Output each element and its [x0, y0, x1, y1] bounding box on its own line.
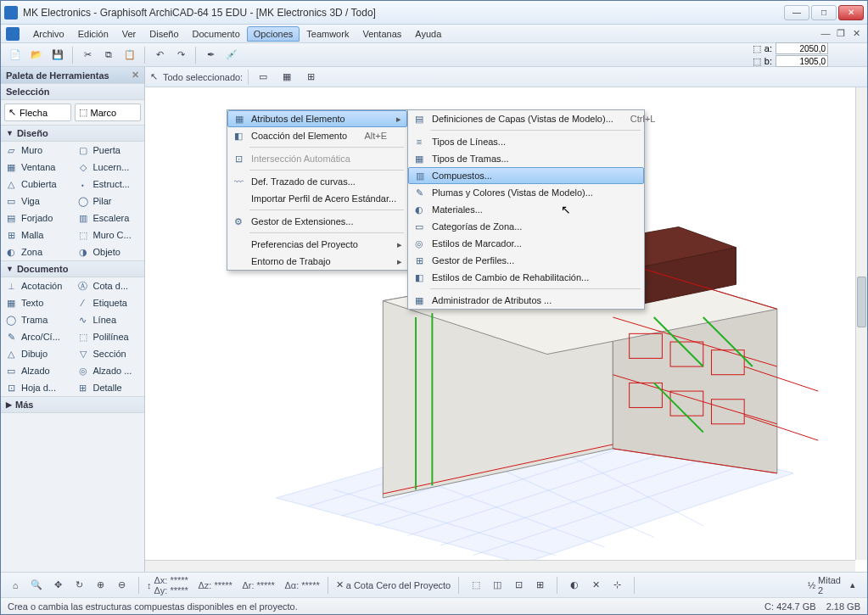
grav-btn-4[interactable]: ⊞ [530, 576, 549, 595]
new-file-button[interactable]: 📄 [6, 46, 25, 64]
tool-lucern[interactable]: ◇Lucern... [73, 159, 145, 176]
tool-objeto[interactable]: ◑Objeto [73, 243, 145, 260]
mdi-close[interactable]: ✕ [850, 28, 862, 39]
tool-marco[interactable]: ⬚Marco [75, 103, 142, 121]
tool-hojad[interactable]: ⊡Hoja d... [1, 379, 73, 396]
menuitem-preferencias-del-proyect[interactable]: Preferencias del Proyecto▸ [227, 236, 407, 253]
coord-b-input[interactable] [776, 55, 828, 67]
tool-pilar[interactable]: ◯Pilar [73, 193, 145, 210]
tool-alzado[interactable]: ◎Alzado ... [73, 362, 145, 379]
eyedropper-button[interactable]: ✒ [201, 46, 220, 64]
tool-malla[interactable]: ⊞Malla [1, 226, 73, 243]
menuitem-estilos-de-marcador---[interactable]: ◎Estilos de Marcador... [408, 235, 644, 252]
menu-archivo[interactable]: Archivo [26, 26, 71, 42]
nav-btn-1[interactable]: ⌂ [6, 576, 25, 595]
close-button[interactable]: ✕ [838, 5, 864, 20]
tool-detalle[interactable]: ⊞Detalle [73, 379, 145, 396]
tool-puerta[interactable]: ▢Puerta [73, 142, 145, 159]
tool-ventana[interactable]: ▦Ventana [1, 159, 73, 176]
menuitem-gestor-de-extensiones---[interactable]: ⚙Gestor de Extensiones... [227, 213, 407, 230]
menu-opciones[interactable]: Opciones [247, 26, 300, 42]
mdi-minimize[interactable]: — [820, 28, 832, 39]
tool-acotacin[interactable]: ⟂Acotación [1, 277, 73, 294]
paste-button[interactable]: 📋 [120, 46, 139, 64]
menuitem-def--trazado-de-curvas--[interactable]: 〰Def. Trazado de curvas... [227, 173, 407, 190]
snap-toggle-2[interactable]: ✕ [586, 576, 605, 595]
menu-ventanas[interactable]: Ventanas [356, 26, 408, 42]
snap-toggle-1[interactable]: ◐ [565, 576, 584, 595]
tool-alzado[interactable]: ▭Alzado [1, 362, 73, 379]
horizontal-scrollbar[interactable] [145, 560, 855, 572]
menuitem-tipos-de-tramas---[interactable]: ▦Tipos de Tramas... [408, 150, 644, 167]
menu-teamwork[interactable]: Teamwork [300, 26, 356, 42]
grav-btn-3[interactable]: ⊡ [509, 576, 528, 595]
tool-cotad[interactable]: ⒶCota d... [73, 277, 145, 294]
menuitem-coacci-n-del-elemento[interactable]: ◧Coacción del ElementoAlt+E [227, 127, 407, 144]
menuitem-compuestos---[interactable]: ▥Compuestos... [408, 167, 644, 184]
menuitem-importar-perfil-de-acero[interactable]: Importar Perfil de Acero Estándar... [227, 190, 407, 207]
tool-lnea[interactable]: ∿Línea [73, 311, 145, 328]
menuitem-tipos-de-l-neas---[interactable]: ≡Tipos de Líneas... [408, 133, 644, 150]
tool-cubierta[interactable]: △Cubierta [1, 176, 73, 193]
tool-flecha[interactable]: ↖Flecha [4, 103, 71, 121]
infobar-btn-3[interactable]: ⊞ [301, 68, 320, 87]
undo-button[interactable]: ↶ [150, 46, 169, 64]
menu-documento[interactable]: Documento [186, 26, 247, 42]
menuitem-plumas-y-colores--vistas[interactable]: ✎Plumas y Colores (Vistas de Modelo)... [408, 184, 644, 201]
tool-texto[interactable]: ▦Texto [1, 294, 73, 311]
palette-section-document[interactable]: ▼Documento [1, 260, 144, 277]
snap-label[interactable]: a Cota Cero del Proyecto [346, 580, 451, 590]
redo-button[interactable]: ↷ [171, 46, 190, 64]
tool-forjado[interactable]: ▤Forjado [1, 210, 73, 226]
tool-muro[interactable]: ▱Muro [1, 142, 73, 159]
tool-arcoc[interactable]: ✎Arco/Cí... [1, 328, 73, 345]
tool-escalera[interactable]: ▥Escalera [73, 210, 145, 226]
nav-btn-3[interactable]: ✥ [48, 576, 67, 595]
tool-viga[interactable]: ▭Viga [1, 193, 73, 210]
palette-section-selection[interactable]: Selección [1, 83, 144, 100]
nav-btn-6[interactable]: ⊖ [112, 576, 131, 595]
menu-ayuda[interactable]: Ayuda [408, 26, 448, 42]
scale-up-button[interactable]: ▴ [843, 576, 862, 595]
palette-close-icon[interactable]: ✕ [132, 70, 139, 81]
menu-ver[interactable]: Ver [115, 26, 143, 42]
vertical-scrollbar[interactable] [855, 87, 867, 560]
menuitem-estilos-de-cambio-de-reh[interactable]: ◧Estilos de Cambio de Rehabilitación... [408, 269, 644, 286]
grav-btn-2[interactable]: ◫ [488, 576, 507, 595]
nav-btn-2[interactable]: 🔍 [27, 576, 46, 595]
tool-muroc[interactable]: ⬚Muro C... [73, 226, 145, 243]
snap-toggle-3[interactable]: ⊹ [608, 576, 626, 595]
menuitem-materiales---[interactable]: ◐Materiales... [408, 201, 644, 218]
menu-edición[interactable]: Edición [71, 26, 115, 42]
open-file-button[interactable]: 📂 [27, 46, 46, 64]
infobar-btn-1[interactable]: ▭ [254, 68, 272, 87]
cut-button[interactable]: ✂ [78, 46, 97, 64]
menuitem-definiciones-de-capas--v[interactable]: ▤Definiciones de Capas (Vistas de Modelo… [408, 110, 644, 127]
tool-zona[interactable]: ◐Zona [1, 243, 73, 260]
menuitem-atributos-del-elemento[interactable]: ▦Atributos del Elemento▸ [227, 110, 407, 127]
syringe-button[interactable]: 💉 [222, 46, 241, 64]
tool-dibujo[interactable]: △Dibujo [1, 345, 73, 362]
coord-a-input[interactable] [776, 42, 828, 54]
palette-section-design[interactable]: ▼Diseño [1, 125, 144, 142]
tool-estruct[interactable]: ⬩Estruct... [73, 176, 145, 193]
infobar-btn-2[interactable]: ▦ [277, 68, 296, 87]
grav-btn-1[interactable]: ⬚ [467, 576, 485, 595]
maximize-button[interactable]: □ [811, 5, 837, 20]
mdi-restore[interactable]: ❐ [835, 28, 847, 39]
nav-btn-4[interactable]: ↻ [70, 576, 88, 595]
menuitem-entorno-de-trabajo[interactable]: Entorno de Trabajo▸ [227, 253, 407, 270]
tool-etiqueta[interactable]: ⁄Etiqueta [73, 294, 145, 311]
minimize-button[interactable]: — [784, 5, 809, 20]
tool-polilnea[interactable]: ⬚Polilínea [73, 328, 145, 345]
menuitem-gestor-de-perfiles---[interactable]: ⊞Gestor de Perfiles... [408, 252, 644, 269]
copy-button[interactable]: ⧉ [99, 46, 118, 64]
menuitem-categor-as-de-zona---[interactable]: ▭Categorías de Zona... [408, 218, 644, 235]
menu-diseño[interactable]: Diseño [143, 26, 185, 42]
menuitem-administrador-de-atribut[interactable]: ▦Administrador de Atributos ... [408, 292, 644, 309]
nav-btn-5[interactable]: ⊕ [91, 576, 109, 595]
tool-trama[interactable]: ◯Trama [1, 311, 73, 328]
tool-seccin[interactable]: ▽Sección [73, 345, 145, 362]
save-file-button[interactable]: 💾 [48, 46, 67, 64]
palette-section-mas[interactable]: ▶Más [1, 396, 144, 413]
